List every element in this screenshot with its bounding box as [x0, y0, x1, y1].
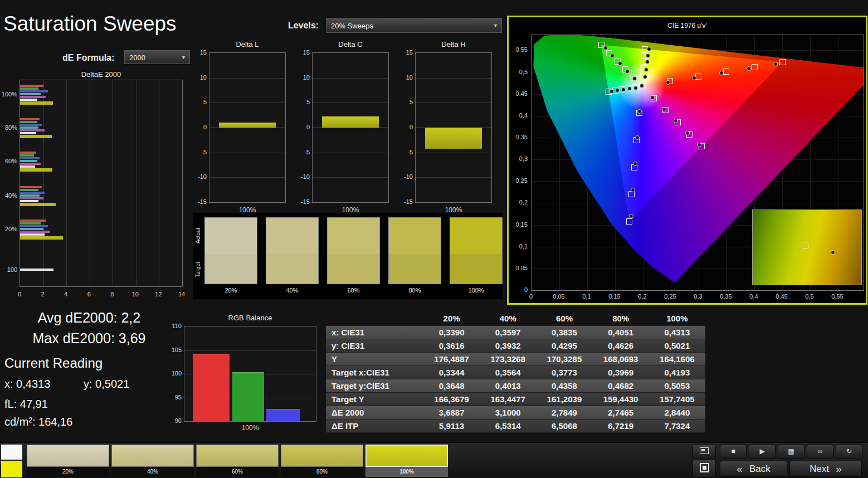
x-tick-label: 0: [520, 292, 542, 300]
y-tick-label: 10: [295, 74, 310, 81]
measured-marker: [621, 87, 626, 92]
x-tick-label: 0: [11, 290, 28, 298]
target-marker: [723, 69, 729, 75]
bar-cyan: [20, 126, 38, 129]
zoom-inset: [752, 209, 862, 285]
bar-yellow: [20, 101, 53, 105]
row-label: y: CIE31: [326, 339, 423, 352]
measured-marker: [633, 162, 637, 166]
table-cell: 6,5068: [536, 419, 592, 432]
table-cell: 0,3932: [480, 339, 536, 352]
row-label: Target Y: [326, 392, 423, 406]
patch-button-80%[interactable]: 80%: [281, 445, 363, 477]
patch-button-60%[interactable]: 60%: [196, 445, 279, 477]
continuous-button[interactable]: ∞: [807, 445, 833, 459]
bar-white: [20, 165, 35, 168]
gridline: [209, 128, 285, 128]
delta_c-plot: [312, 52, 389, 203]
bar-white: [20, 269, 53, 271]
y-tick-label: -5: [398, 148, 413, 156]
patch-button-100%[interactable]: 100%: [365, 445, 448, 477]
next-button[interactable]: Next »: [789, 461, 862, 477]
table-row: ΔE 20003,68873,10002,78492,74652,8440: [326, 406, 705, 419]
swatch-column-label: 20%: [204, 287, 257, 294]
bar-white: [20, 99, 37, 101]
y-tick-label: 95: [167, 393, 182, 401]
x-tick-label: 0,25: [659, 292, 681, 300]
levels-select[interactable]: 20% Sweeps ▼: [325, 17, 503, 33]
target-row-label: Target: [195, 255, 203, 284]
x-tick-label: 12: [150, 290, 167, 298]
patch-label: 40%: [111, 467, 194, 477]
table-header: 80%: [593, 312, 649, 325]
y-tick-label: 110: [167, 322, 182, 330]
stop-button[interactable]: ■: [720, 445, 747, 459]
x-tick-label: 2: [35, 290, 51, 298]
gridline: [43, 80, 44, 286]
x-tick-label: 4: [57, 290, 74, 298]
patch-button-40%[interactable]: 40%: [111, 445, 194, 477]
patch-button-20%[interactable]: 20%: [27, 445, 109, 477]
measured-marker: [650, 95, 655, 100]
measured-marker: [645, 60, 650, 64]
delta_l-plot: [209, 52, 286, 203]
table-row: Target x:CIE310,33440,35640,37730,39690,…: [326, 365, 705, 379]
refresh-icon: ↻: [836, 445, 862, 458]
target-marker: [779, 59, 786, 65]
swatch-pair-60%: [327, 217, 380, 284]
grid-button[interactable]: ▦: [778, 445, 804, 459]
x-tick-label: 0,3: [687, 292, 709, 300]
delta_h-plot: [415, 52, 492, 203]
table-cell: 0,5053: [649, 379, 705, 392]
back-button[interactable]: « Back: [720, 461, 787, 477]
gridline: [159, 80, 159, 286]
gridline: [209, 78, 285, 79]
play-button[interactable]: ▶: [749, 445, 776, 459]
popout-button[interactable]: [693, 445, 716, 459]
results-table: 20%40%60%80%100%x: CIE310,33900,35970,38…: [326, 312, 705, 433]
table-row: ΔE ITP5,91136,53146,50686,72197,7324: [326, 419, 705, 432]
patch-window-button[interactable]: [693, 460, 716, 477]
table-cell: 6,5314: [480, 419, 536, 432]
y-tick-label: 0,5: [509, 68, 528, 76]
chart-title: Delta H: [415, 40, 492, 48]
delta-c-chart: Delta C 100% 151050-5-10-15: [295, 40, 390, 216]
y-tick-label: -15: [398, 198, 413, 206]
measured-marker: [692, 76, 696, 80]
table-cell: 3,6887: [423, 406, 480, 419]
table-row: y: CIE310,36160,39320,42950,46260,5021: [326, 339, 705, 352]
continuous-icon: ∞: [807, 445, 833, 458]
table-cell: 163,4477: [480, 392, 536, 406]
swatch-pair-80%: [388, 217, 441, 284]
x-tick-label: 0,1: [576, 292, 598, 300]
refresh-button[interactable]: ↻: [836, 445, 862, 459]
delta-l-chart: Delta L 100% 151050-5-10-15: [192, 40, 287, 216]
y-tick-label: -15: [192, 198, 207, 206]
table-row: x: CIE310,33900,35970,38350,40510,4313: [326, 325, 705, 339]
chart-title: Delta C: [312, 40, 389, 48]
gridline: [416, 78, 491, 79]
measured-marker: [831, 250, 835, 255]
x-tick-label: 0,15: [603, 292, 626, 300]
table-cell: 164,1606: [649, 352, 705, 365]
y-tick-label: 100: [0, 266, 17, 274]
y-tick-label: 5: [295, 98, 310, 106]
deltae2000-plot: [19, 80, 183, 287]
bar-blue: [266, 409, 300, 421]
bar-white: [20, 233, 45, 236]
table-cell: 2,8440: [649, 406, 705, 419]
y-tick-label: 20%: [0, 225, 17, 233]
measured-marker: [631, 188, 635, 192]
target-swatch: [328, 254, 379, 284]
table-cell: 0,3648: [423, 379, 480, 392]
y-tick-label: 105: [167, 346, 182, 354]
bar-red: [193, 354, 230, 421]
row-label: Target x:CIE31: [326, 365, 423, 379]
gridline: [416, 177, 491, 178]
bar-green: [20, 222, 41, 225]
y-tick-label: 0,1: [509, 242, 528, 250]
actual-swatch: [389, 218, 441, 254]
table-header: 20%: [423, 312, 480, 325]
y-tick-label: 0,05: [509, 264, 528, 272]
de-formula-select[interactable]: 2000 ▼: [124, 50, 191, 65]
